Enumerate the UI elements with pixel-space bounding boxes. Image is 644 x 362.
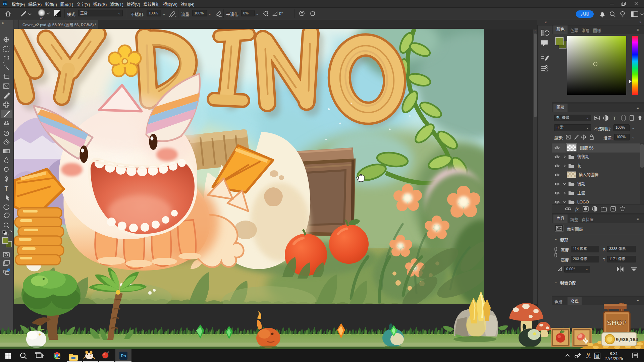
svg-text:40: 40 xyxy=(40,16,43,20)
svg-text:後期: 後期 xyxy=(577,182,585,186)
svg-text:fx: fx xyxy=(575,206,579,212)
svg-text:英: 英 xyxy=(586,352,591,359)
svg-text:插入的圖像: 插入的圖像 xyxy=(579,172,599,177)
svg-text:T: T xyxy=(5,185,8,192)
svg-text:27/4/2025: 27/4/2025 xyxy=(604,356,623,361)
svg-text:後後期: 後後期 xyxy=(577,155,589,159)
svg-text:花: 花 xyxy=(577,163,581,168)
svg-text:T: T xyxy=(613,116,616,121)
svg-text:»: » xyxy=(2,21,4,25)
svg-text:9,936,164: 9,936,164 xyxy=(616,337,638,342)
svg-text:SHOP: SHOP xyxy=(607,319,627,326)
svg-text:主體: 主體 xyxy=(577,191,585,195)
svg-text:Ps: Ps xyxy=(121,353,126,358)
svg-text:LOGO: LOGO xyxy=(577,200,589,204)
svg-text:圖層 56: 圖層 56 xyxy=(580,146,594,150)
svg-text:圖: 圖 xyxy=(595,353,599,358)
svg-text:8:31: 8:31 xyxy=(610,351,618,356)
